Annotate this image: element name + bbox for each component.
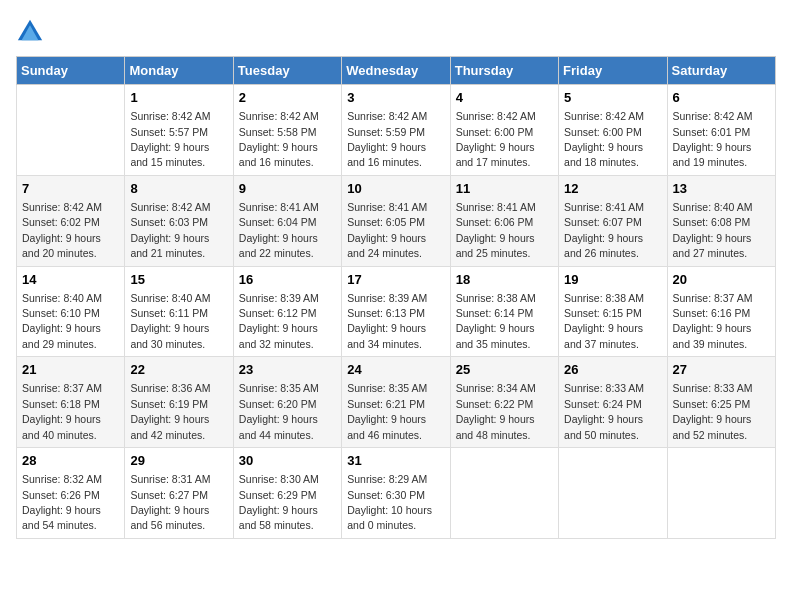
day-number: 12: [564, 180, 661, 198]
cell-content: Sunrise: 8:42 AMSunset: 6:01 PMDaylight:…: [673, 110, 753, 168]
day-number: 11: [456, 180, 553, 198]
day-number: 23: [239, 361, 336, 379]
day-header-friday: Friday: [559, 57, 667, 85]
cell-content: Sunrise: 8:38 AMSunset: 6:15 PMDaylight:…: [564, 292, 644, 350]
cell-content: Sunrise: 8:33 AMSunset: 6:24 PMDaylight:…: [564, 382, 644, 440]
day-number: 31: [347, 452, 444, 470]
cell-content: Sunrise: 8:29 AMSunset: 6:30 PMDaylight:…: [347, 473, 432, 531]
cell-content: Sunrise: 8:40 AMSunset: 6:08 PMDaylight:…: [673, 201, 753, 259]
calendar-cell: 25Sunrise: 8:34 AMSunset: 6:22 PMDayligh…: [450, 357, 558, 448]
day-number: 9: [239, 180, 336, 198]
calendar-cell: 11Sunrise: 8:41 AMSunset: 6:06 PMDayligh…: [450, 175, 558, 266]
day-number: 26: [564, 361, 661, 379]
calendar-cell: 24Sunrise: 8:35 AMSunset: 6:21 PMDayligh…: [342, 357, 450, 448]
calendar-cell: 16Sunrise: 8:39 AMSunset: 6:12 PMDayligh…: [233, 266, 341, 357]
cell-content: Sunrise: 8:35 AMSunset: 6:20 PMDaylight:…: [239, 382, 319, 440]
calendar-cell: 7Sunrise: 8:42 AMSunset: 6:02 PMDaylight…: [17, 175, 125, 266]
calendar-cell: 17Sunrise: 8:39 AMSunset: 6:13 PMDayligh…: [342, 266, 450, 357]
calendar-cell: [667, 448, 775, 539]
calendar-cell: 27Sunrise: 8:33 AMSunset: 6:25 PMDayligh…: [667, 357, 775, 448]
day-number: 28: [22, 452, 119, 470]
calendar-cell: 6Sunrise: 8:42 AMSunset: 6:01 PMDaylight…: [667, 85, 775, 176]
calendar-cell: 4Sunrise: 8:42 AMSunset: 6:00 PMDaylight…: [450, 85, 558, 176]
day-number: 5: [564, 89, 661, 107]
cell-content: Sunrise: 8:41 AMSunset: 6:07 PMDaylight:…: [564, 201, 644, 259]
day-number: 14: [22, 271, 119, 289]
week-row-3: 14Sunrise: 8:40 AMSunset: 6:10 PMDayligh…: [17, 266, 776, 357]
day-number: 20: [673, 271, 770, 289]
calendar-cell: 22Sunrise: 8:36 AMSunset: 6:19 PMDayligh…: [125, 357, 233, 448]
calendar-cell: 3Sunrise: 8:42 AMSunset: 5:59 PMDaylight…: [342, 85, 450, 176]
calendar-cell: 5Sunrise: 8:42 AMSunset: 6:00 PMDaylight…: [559, 85, 667, 176]
day-number: 27: [673, 361, 770, 379]
week-row-1: 1Sunrise: 8:42 AMSunset: 5:57 PMDaylight…: [17, 85, 776, 176]
calendar-cell: 8Sunrise: 8:42 AMSunset: 6:03 PMDaylight…: [125, 175, 233, 266]
day-number: 29: [130, 452, 227, 470]
cell-content: Sunrise: 8:32 AMSunset: 6:26 PMDaylight:…: [22, 473, 102, 531]
cell-content: Sunrise: 8:38 AMSunset: 6:14 PMDaylight:…: [456, 292, 536, 350]
day-number: 25: [456, 361, 553, 379]
day-number: 30: [239, 452, 336, 470]
calendar-cell: 18Sunrise: 8:38 AMSunset: 6:14 PMDayligh…: [450, 266, 558, 357]
cell-content: Sunrise: 8:39 AMSunset: 6:13 PMDaylight:…: [347, 292, 427, 350]
week-row-5: 28Sunrise: 8:32 AMSunset: 6:26 PMDayligh…: [17, 448, 776, 539]
day-number: 19: [564, 271, 661, 289]
calendar-cell: 13Sunrise: 8:40 AMSunset: 6:08 PMDayligh…: [667, 175, 775, 266]
day-number: 4: [456, 89, 553, 107]
page-header: [16, 16, 776, 44]
day-header-sunday: Sunday: [17, 57, 125, 85]
cell-content: Sunrise: 8:30 AMSunset: 6:29 PMDaylight:…: [239, 473, 319, 531]
day-number: 13: [673, 180, 770, 198]
day-number: 22: [130, 361, 227, 379]
cell-content: Sunrise: 8:33 AMSunset: 6:25 PMDaylight:…: [673, 382, 753, 440]
cell-content: Sunrise: 8:31 AMSunset: 6:27 PMDaylight:…: [130, 473, 210, 531]
logo-icon: [16, 16, 44, 44]
day-number: 17: [347, 271, 444, 289]
day-header-thursday: Thursday: [450, 57, 558, 85]
day-number: 15: [130, 271, 227, 289]
cell-content: Sunrise: 8:40 AMSunset: 6:11 PMDaylight:…: [130, 292, 210, 350]
day-header-monday: Monday: [125, 57, 233, 85]
day-number: 7: [22, 180, 119, 198]
cell-content: Sunrise: 8:41 AMSunset: 6:06 PMDaylight:…: [456, 201, 536, 259]
week-row-2: 7Sunrise: 8:42 AMSunset: 6:02 PMDaylight…: [17, 175, 776, 266]
calendar-cell: 20Sunrise: 8:37 AMSunset: 6:16 PMDayligh…: [667, 266, 775, 357]
day-number: 2: [239, 89, 336, 107]
day-number: 6: [673, 89, 770, 107]
cell-content: Sunrise: 8:41 AMSunset: 6:05 PMDaylight:…: [347, 201, 427, 259]
calendar-cell: 31Sunrise: 8:29 AMSunset: 6:30 PMDayligh…: [342, 448, 450, 539]
calendar-cell: 29Sunrise: 8:31 AMSunset: 6:27 PMDayligh…: [125, 448, 233, 539]
calendar-cell: 15Sunrise: 8:40 AMSunset: 6:11 PMDayligh…: [125, 266, 233, 357]
week-row-4: 21Sunrise: 8:37 AMSunset: 6:18 PMDayligh…: [17, 357, 776, 448]
day-header-saturday: Saturday: [667, 57, 775, 85]
calendar-cell: [450, 448, 558, 539]
calendar-cell: 21Sunrise: 8:37 AMSunset: 6:18 PMDayligh…: [17, 357, 125, 448]
day-header-tuesday: Tuesday: [233, 57, 341, 85]
cell-content: Sunrise: 8:42 AMSunset: 6:02 PMDaylight:…: [22, 201, 102, 259]
calendar-cell: 19Sunrise: 8:38 AMSunset: 6:15 PMDayligh…: [559, 266, 667, 357]
cell-content: Sunrise: 8:37 AMSunset: 6:18 PMDaylight:…: [22, 382, 102, 440]
calendar-cell: 30Sunrise: 8:30 AMSunset: 6:29 PMDayligh…: [233, 448, 341, 539]
calendar-cell: 26Sunrise: 8:33 AMSunset: 6:24 PMDayligh…: [559, 357, 667, 448]
day-number: 3: [347, 89, 444, 107]
cell-content: Sunrise: 8:42 AMSunset: 5:57 PMDaylight:…: [130, 110, 210, 168]
cell-content: Sunrise: 8:42 AMSunset: 6:00 PMDaylight:…: [456, 110, 536, 168]
calendar-cell: [17, 85, 125, 176]
calendar-cell: 9Sunrise: 8:41 AMSunset: 6:04 PMDaylight…: [233, 175, 341, 266]
day-number: 21: [22, 361, 119, 379]
calendar-cell: 14Sunrise: 8:40 AMSunset: 6:10 PMDayligh…: [17, 266, 125, 357]
calendar-table: SundayMondayTuesdayWednesdayThursdayFrid…: [16, 56, 776, 539]
cell-content: Sunrise: 8:40 AMSunset: 6:10 PMDaylight:…: [22, 292, 102, 350]
cell-content: Sunrise: 8:42 AMSunset: 5:58 PMDaylight:…: [239, 110, 319, 168]
cell-content: Sunrise: 8:37 AMSunset: 6:16 PMDaylight:…: [673, 292, 753, 350]
cell-content: Sunrise: 8:41 AMSunset: 6:04 PMDaylight:…: [239, 201, 319, 259]
calendar-cell: 12Sunrise: 8:41 AMSunset: 6:07 PMDayligh…: [559, 175, 667, 266]
days-header-row: SundayMondayTuesdayWednesdayThursdayFrid…: [17, 57, 776, 85]
logo: [16, 16, 48, 44]
day-number: 18: [456, 271, 553, 289]
day-number: 10: [347, 180, 444, 198]
calendar-cell: 1Sunrise: 8:42 AMSunset: 5:57 PMDaylight…: [125, 85, 233, 176]
cell-content: Sunrise: 8:36 AMSunset: 6:19 PMDaylight:…: [130, 382, 210, 440]
calendar-cell: 10Sunrise: 8:41 AMSunset: 6:05 PMDayligh…: [342, 175, 450, 266]
calendar-cell: 2Sunrise: 8:42 AMSunset: 5:58 PMDaylight…: [233, 85, 341, 176]
